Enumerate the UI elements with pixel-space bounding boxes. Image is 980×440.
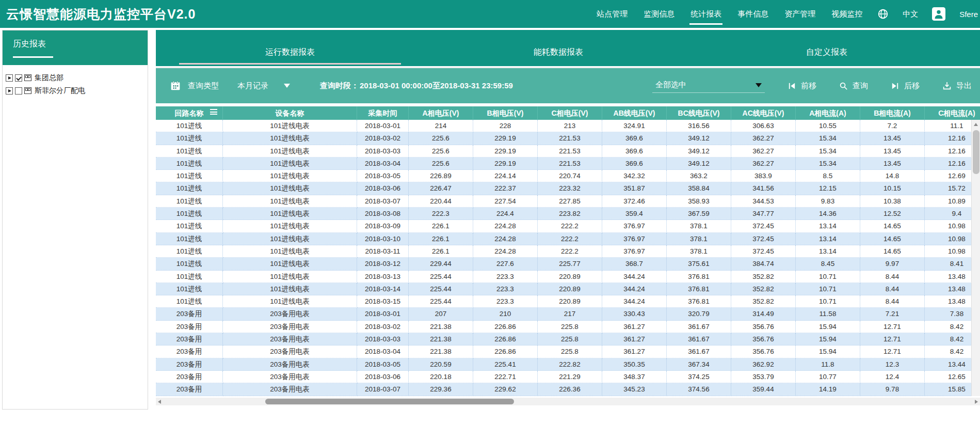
tree-node[interactable]: 集团总部 (6, 71, 144, 84)
table-row[interactable]: 101进线101进线电表2018-03-09226.1224.28222.237… (156, 220, 980, 232)
column-header[interactable]: 回路名称 (156, 106, 223, 120)
table-row[interactable]: 101进线101进线电表2018-03-03225.6229.19221.533… (156, 145, 980, 158)
export-button[interactable]: 导出 (942, 81, 972, 91)
language-label[interactable]: 中文 (903, 9, 918, 19)
nav-item[interactable]: 事件信息 (736, 7, 769, 21)
table-cell: 358.93 (667, 195, 731, 208)
table-row[interactable]: 101进线101进线电表2018-03-05226.89224.14220.74… (156, 170, 980, 182)
column-menu-icon[interactable] (210, 109, 217, 115)
table-row[interactable]: 101进线101进线电表2018-03-08222.3224.4223.8235… (156, 208, 980, 220)
next-button[interactable]: 后移 (891, 81, 920, 91)
table-row[interactable]: 101进线101进线电表2018-03-04225.6229.19221.533… (156, 158, 980, 170)
table-cell: 13.45 (860, 132, 925, 145)
table-cell: 363.2 (667, 170, 731, 182)
table-row[interactable]: 203备用203备用电表2018-03-02221.38226.86225.83… (156, 321, 980, 333)
table-row[interactable]: 101进线101进线电表2018-03-02225.6229.19221.533… (156, 132, 980, 145)
table-cell: 221.53 (538, 145, 602, 158)
table-row[interactable]: 203备用203备用电表2018-03-04221.38226.86225.83… (156, 345, 980, 358)
column-header[interactable]: AB线电压(V) (602, 106, 667, 120)
table-row[interactable]: 203备用203备用电表2018-03-01207210217330.43320… (156, 308, 980, 320)
query-type-select[interactable]: 本月记录 (237, 81, 290, 91)
column-header[interactable]: C相电压(V) (538, 106, 602, 120)
table-row[interactable]: 101进线101进线电表2018-03-11226.1224.28222.237… (156, 245, 980, 258)
search-button[interactable]: 查询 (839, 81, 868, 91)
table-row[interactable]: 203备用203备用电表2018-03-03221.38226.86225.83… (156, 333, 980, 345)
table-cell: 222.37 (473, 182, 538, 195)
table-cell: 101进线 (156, 132, 223, 145)
table-cell: 2018-03-08 (357, 208, 409, 220)
table-cell: 225.8 (538, 333, 602, 345)
tab[interactable]: 运行数据报表 (156, 30, 424, 66)
user-avatar-icon[interactable] (932, 7, 945, 21)
table-cell: 101进线电表 (223, 195, 357, 208)
tab[interactable]: 能耗数据报表 (424, 30, 693, 66)
column-header-label: AB线电压(V) (614, 109, 655, 117)
nav-item[interactable]: 站点管理 (596, 7, 629, 21)
vertical-scrollbar[interactable] (971, 120, 980, 396)
column-header[interactable]: 采集时间 (357, 106, 409, 120)
table-row[interactable]: 101进线101进线电表2018-03-01214228213324.91316… (156, 120, 980, 132)
tree-node[interactable]: 斯菲尔分厂配电 (6, 84, 144, 97)
table-cell: 324.91 (602, 120, 667, 132)
language-globe-icon[interactable] (877, 8, 889, 20)
table-cell: 349.12 (667, 132, 731, 145)
table-row[interactable]: 101进线101进线电表2018-03-06226.47222.37223.32… (156, 182, 980, 195)
horizontal-scrollbar[interactable] (156, 398, 980, 405)
table-cell: 384.74 (731, 258, 796, 270)
column-header[interactable]: A相电流(A) (796, 106, 860, 120)
column-header[interactable]: C相电流(A) (925, 106, 980, 120)
table-cell: 101进线 (156, 220, 223, 232)
nav-item[interactable]: 资产管理 (783, 7, 816, 21)
expand-icon[interactable] (6, 87, 13, 95)
table-row[interactable]: 101进线101进线电表2018-03-14225.44223.3220.893… (156, 283, 980, 295)
scroll-left-arrow-icon[interactable] (156, 398, 164, 405)
column-header[interactable]: 设备名称 (223, 106, 357, 120)
table-cell: 2018-03-14 (357, 283, 409, 295)
table-cell: 226.47 (409, 182, 473, 195)
table-cell: 101进线 (156, 182, 223, 195)
table-cell: 224.4 (473, 208, 538, 220)
table-cell: 227.54 (473, 195, 538, 208)
sidebar-title: 历史报表 (13, 39, 46, 50)
table-cell: 2018-03-02 (357, 321, 409, 333)
checkbox[interactable] (15, 74, 22, 82)
column-header[interactable]: B相电压(V) (473, 106, 538, 120)
horizontal-scrollbar-thumb[interactable] (265, 399, 514, 404)
table-row[interactable]: 101进线101进线电表2018-03-13225.44223.3220.893… (156, 271, 980, 283)
vertical-scrollbar-thumb[interactable] (973, 130, 979, 174)
table-row[interactable]: 101进线101进线电表2018-03-15225.44223.3220.893… (156, 295, 980, 308)
table-row[interactable]: 203备用203备用电表2018-03-07229.36229.62226.36… (156, 383, 980, 396)
calendar-icon[interactable] (170, 81, 181, 91)
table-row[interactable]: 101进线101进线电表2018-03-07220.44227.54227.85… (156, 195, 980, 208)
select-all-dropdown[interactable]: 全部选中 (652, 78, 765, 93)
table-row[interactable]: 203备用203备用电表2018-03-06220.18222.71221.29… (156, 371, 980, 383)
expand-icon[interactable] (6, 74, 13, 82)
table-row[interactable]: 101进线101进线电表2018-03-12229.44227.6225.773… (156, 258, 980, 270)
column-header[interactable]: BC线电压(V) (667, 106, 731, 120)
table-cell: 226.1 (409, 220, 473, 232)
column-header[interactable]: AC线电压(V) (731, 106, 796, 120)
prev-button[interactable]: 前移 (788, 81, 816, 91)
nav-item[interactable]: 统计报表 (689, 7, 722, 21)
tab[interactable]: 自定义报表 (693, 30, 961, 66)
username-label[interactable]: Sfere (959, 10, 978, 19)
scroll-up-arrow-icon[interactable] (972, 120, 980, 129)
table-cell: 359.44 (731, 383, 796, 396)
checkbox[interactable] (15, 87, 22, 95)
table-row[interactable]: 101进线101进线电表2018-03-10226.1224.28222.237… (156, 233, 980, 245)
table-cell: 362.27 (731, 145, 796, 158)
prev-button-label: 前移 (801, 81, 816, 91)
table-cell: 225.8 (538, 321, 602, 333)
table-cell: 369.6 (602, 158, 667, 170)
column-header[interactable]: A相电压(V) (409, 106, 473, 120)
table-cell: 221.53 (538, 132, 602, 145)
nav-item[interactable]: 监测信息 (642, 7, 676, 21)
nav-item[interactable]: 视频监控 (830, 7, 863, 21)
table-cell: 229.36 (409, 383, 473, 396)
table-row[interactable]: 203备用203备用电表2018-03-05220.59225.41222.82… (156, 358, 980, 371)
scroll-right-arrow-icon[interactable] (972, 398, 980, 405)
table-cell: 207 (409, 308, 473, 320)
table-cell: 220.74 (538, 170, 602, 182)
table-cell: 101进线 (156, 170, 223, 182)
column-header[interactable]: B相电流(A) (860, 106, 925, 120)
